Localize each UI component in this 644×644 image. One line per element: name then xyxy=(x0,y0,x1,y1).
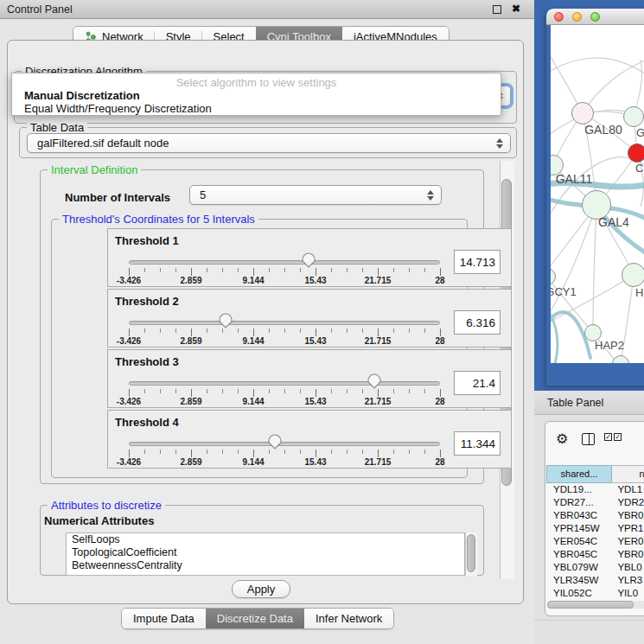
num-intervals-combo[interactable]: 5 xyxy=(189,185,442,205)
tab-infer-network[interactable]: Infer Network xyxy=(304,609,393,628)
network-node[interactable] xyxy=(623,106,644,127)
slider-scale-label: 9.144 xyxy=(242,457,264,467)
cell-shared-name: YDR27... xyxy=(546,496,611,509)
network-node-label: GAL11 xyxy=(556,172,593,186)
threshold-label: Threshold 1 xyxy=(115,234,179,247)
slider-scale-label: 21.715 xyxy=(365,457,392,467)
threshold-slider-track[interactable] xyxy=(129,260,440,265)
table-hscrollbar-thumb[interactable] xyxy=(547,601,634,609)
threshold-slider-handle[interactable] xyxy=(268,434,282,450)
threshold-box: Threshold 3-3.4262.8599.14415.4321.71528 xyxy=(107,349,512,408)
close-icon[interactable]: ✖ xyxy=(512,3,520,15)
network-node-label: GAL80 xyxy=(584,123,622,137)
table-rows: YDL19...YDL1YDR27...YDR2YBR043CYBR0YPR14… xyxy=(546,483,644,600)
thresholds-container: Threshold 1-3.4262.8599.14415.4321.71528… xyxy=(52,220,467,477)
slider-scale-label: 21.715 xyxy=(365,336,392,346)
threshold-slider-track[interactable] xyxy=(129,381,440,386)
threshold-label: Threshold 2 xyxy=(115,295,179,308)
table-hscrollbar[interactable] xyxy=(547,601,644,609)
threshold-box: Threshold 2-3.4262.8599.14415.4321.71528 xyxy=(107,289,512,348)
threshold-box: Threshold 1-3.4262.8599.14415.4321.71528 xyxy=(107,228,512,287)
mac-close-button[interactable] xyxy=(554,12,564,22)
slider-scale-label: -3.426 xyxy=(117,457,141,467)
threshold-value-input[interactable] xyxy=(454,371,501,395)
network-canvas[interactable]: GAL80GACGAL11GAL4GCY1HHAP2 xyxy=(551,25,644,363)
column-header-shared-name[interactable]: shared... xyxy=(546,465,612,483)
slider-scale-label: 28 xyxy=(435,276,444,285)
float-window-icon[interactable] xyxy=(493,5,501,14)
tab-impute-data[interactable]: Impute Data xyxy=(122,609,206,628)
attribute-list-item[interactable]: TopologicalCoefficient xyxy=(67,546,464,559)
app-screen: Control Panel ✖ Network Style Se xyxy=(0,0,644,644)
network-node[interactable] xyxy=(571,102,594,124)
table-row[interactable]: YLR345WYLR3 xyxy=(546,574,644,587)
slider-scale-label: 9.144 xyxy=(242,336,264,346)
mac-minimize-button[interactable] xyxy=(572,12,582,22)
column-header-name[interactable]: name xyxy=(612,465,644,483)
attributes-group-label: Attributes to discretize xyxy=(48,499,165,512)
dropdown-item-manual[interactable]: Manual Discretization xyxy=(14,89,499,102)
network-node[interactable] xyxy=(628,143,644,163)
combo-arrows-icon xyxy=(495,138,503,149)
slider-scale-label: 28 xyxy=(435,336,444,346)
table-data-label: Table Data xyxy=(27,121,87,134)
dropdown-item-equal-width[interactable]: Equal Width/Frequency Discretization xyxy=(14,102,499,115)
slider-scale-label: 9.144 xyxy=(242,397,264,406)
table-data-value: galFiltered.sif default node xyxy=(37,137,169,150)
apply-button[interactable]: Apply xyxy=(232,580,290,598)
numerical-attributes-label: Numerical Attributes xyxy=(44,514,154,527)
cell-shared-name: YPR145W xyxy=(546,522,611,535)
network-node-label: GAL4 xyxy=(598,215,629,229)
slider-major-ticks xyxy=(129,328,442,336)
table-data-combo[interactable]: galFiltered.sif default node xyxy=(27,133,511,153)
table-row[interactable]: YBR045CYBR0 xyxy=(546,548,644,561)
cell-name: YPR1 xyxy=(611,522,644,535)
table-row[interactable]: YPR145WYPR1 xyxy=(546,522,644,535)
network-node[interactable] xyxy=(622,263,644,287)
combo-arrows-icon xyxy=(426,190,434,201)
table-row[interactable]: YBL079WYBL0 xyxy=(546,561,644,574)
threshold-label: Threshold 3 xyxy=(115,355,179,368)
threshold-value-input[interactable] xyxy=(454,310,501,335)
control-panel-titlebar: Control Panel ✖ xyxy=(0,0,534,19)
network-view-window[interactable]: GAL80GACGAL11GAL4GCY1HHAP2 xyxy=(546,9,644,386)
network-node-label: H xyxy=(635,286,643,299)
threshold-value-input[interactable] xyxy=(454,431,501,456)
columns-icon[interactable] xyxy=(582,433,595,445)
attribute-list-item[interactable]: BetweennessCentrality xyxy=(67,559,464,572)
threshold-slider-handle[interactable] xyxy=(219,313,233,328)
attributes-scrollbar-thumb[interactable] xyxy=(467,534,475,572)
numerical-attributes-list[interactable]: SelfLoopsTopologicalCoefficientBetweenne… xyxy=(66,532,465,576)
table-row[interactable]: YER054CYER0 xyxy=(546,535,644,548)
slider-scale-label: 2.859 xyxy=(180,276,201,285)
table-panel-titlebar: Table Panel xyxy=(534,391,644,415)
cell-shared-name: YIL052C xyxy=(546,587,611,600)
cell-shared-name: YDL19... xyxy=(546,483,611,496)
slider-major-ticks xyxy=(129,450,442,457)
network-window-titlebar[interactable] xyxy=(546,9,644,25)
table-row[interactable]: YIL052CYIL0 xyxy=(546,587,644,600)
mac-zoom-button[interactable] xyxy=(590,12,600,22)
table-panel-title: Table Panel xyxy=(547,397,603,409)
slider-major-ticks xyxy=(129,389,442,397)
threshold-value-input[interactable] xyxy=(454,250,501,274)
select-columns-checkboxes-icon[interactable]: ✓✓ xyxy=(604,433,622,441)
table-row[interactable]: YDR27...YDR2 xyxy=(546,496,644,509)
tab-discretize-data[interactable]: Discretize Data xyxy=(206,609,304,628)
threshold-slider-track[interactable] xyxy=(129,321,440,325)
table-row[interactable]: YBR043CYBR0 xyxy=(546,509,644,522)
slider-scale-label: 15.43 xyxy=(304,276,326,285)
gear-icon[interactable]: ⚙ xyxy=(556,430,568,447)
right-panel: GAL80GACGAL11GAL4GCY1HHAP2 Table Panel ⚙… xyxy=(534,0,644,644)
slider-scale-label: -3.426 xyxy=(117,397,141,406)
table-row[interactable]: YDL19...YDL1 xyxy=(546,483,644,496)
threshold-slider-handle[interactable] xyxy=(302,252,316,268)
threshold-slider-track[interactable] xyxy=(129,442,440,446)
num-intervals-value: 5 xyxy=(200,188,206,201)
threshold-slider-handle[interactable] xyxy=(367,373,381,389)
cell-name: YDR2 xyxy=(611,496,644,509)
slider-scale-label: -3.426 xyxy=(117,276,141,285)
cell-shared-name: YBL079W xyxy=(546,561,611,574)
slider-scale-label: 15.43 xyxy=(304,457,326,467)
attribute-list-item[interactable]: SelfLoops xyxy=(67,533,464,546)
